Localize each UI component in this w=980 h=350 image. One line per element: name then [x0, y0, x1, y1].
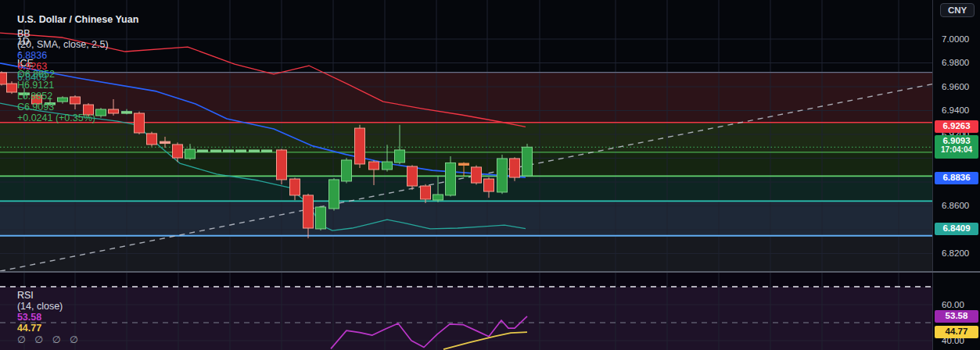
- bb-indicator-legend[interactable]: BB (20, SMA, close, 2.5) 6.8836 6.9263 6…: [6, 17, 113, 94]
- candle-body: [395, 150, 405, 162]
- trading-chart-app: U.S. Dollar / Chinese Yuan · 1D · ICE O6…: [0, 0, 980, 350]
- candle-body: [262, 150, 272, 152]
- candle-body: [224, 150, 234, 152]
- price-badge: 6.909317:04:04: [935, 135, 978, 159]
- currency-button[interactable]: CNY: [940, 3, 975, 17]
- candle-body: [421, 186, 431, 199]
- price-axis-label: 6.9600: [942, 82, 969, 92]
- bb-upper-value: 6.9263: [17, 61, 47, 72]
- bb-basis-value: 6.8836: [17, 50, 47, 61]
- rsi-empty-values: ∅ ∅ ∅ ∅: [17, 334, 81, 345]
- candle-body: [510, 159, 520, 177]
- price-zone: [0, 201, 932, 235]
- candle-body: [249, 150, 260, 152]
- rsi-indicator-legend[interactable]: RSI (14, close) 53.58 44.77 ∅ ∅ ∅ ∅: [6, 279, 86, 350]
- candle-body: [303, 195, 314, 228]
- bb-lower-value: 6.8409: [17, 72, 47, 83]
- price-axis-label: 6.8600: [942, 201, 969, 211]
- candle-body: [446, 162, 456, 195]
- candle-body: [147, 134, 157, 145]
- pane-divider[interactable]: [0, 271, 980, 273]
- price-badge: 6.8409: [935, 223, 978, 235]
- price-axis[interactable]: CNY 7.00006.98006.96006.94006.92006.8600…: [932, 0, 980, 350]
- candle-body: [290, 179, 300, 195]
- candle-body: [316, 207, 326, 229]
- rsi-name[interactable]: RSI: [17, 290, 34, 301]
- bb-name[interactable]: BB: [17, 28, 31, 39]
- candle-body: [160, 141, 171, 143]
- rsi-value: 53.58: [17, 312, 41, 323]
- rsi-badge: 53.58: [935, 310, 978, 323]
- candle-body: [355, 128, 365, 164]
- rsi-badge: 44.77: [935, 326, 978, 338]
- price-badge: 6.8836: [935, 172, 978, 184]
- price-zone: [0, 176, 932, 201]
- candle-body: [369, 162, 379, 170]
- candle-body: [382, 162, 393, 170]
- ohlc-close: C6.9093: [17, 102, 54, 112]
- candle-body: [198, 150, 208, 152]
- candle-body: [211, 150, 221, 152]
- countdown-timer: 17:04:04: [935, 145, 978, 154]
- candle-body: [329, 180, 339, 209]
- candle-body: [497, 159, 508, 192]
- candle-body: [433, 195, 443, 200]
- candle-body: [472, 167, 482, 183]
- candle-body: [185, 149, 196, 159]
- candle-body: [522, 147, 533, 176]
- bb-params: (20, SMA, close, 2.5): [17, 39, 109, 50]
- rsi-params: (14, close): [17, 301, 63, 312]
- rsi-axis-label: 60.00: [942, 300, 964, 310]
- ohlc-change: +0.0241 (+0.35%): [17, 112, 95, 123]
- price-badge: 6.9263: [935, 120, 978, 133]
- price-axis-label: 6.9800: [942, 58, 969, 68]
- price-axis-label: 6.9400: [942, 105, 969, 116]
- candle-body: [173, 145, 183, 158]
- price-axis-label: 6.8200: [942, 248, 969, 259]
- price-axis-label: 7.0000: [942, 34, 969, 45]
- candle-body: [342, 160, 352, 181]
- candle-body: [277, 150, 287, 180]
- candle-body: [407, 166, 418, 186]
- candle-body: [484, 179, 494, 191]
- candle-body: [236, 150, 246, 152]
- rsi-ma-value: 44.77: [17, 323, 41, 334]
- candle-body: [459, 163, 469, 165]
